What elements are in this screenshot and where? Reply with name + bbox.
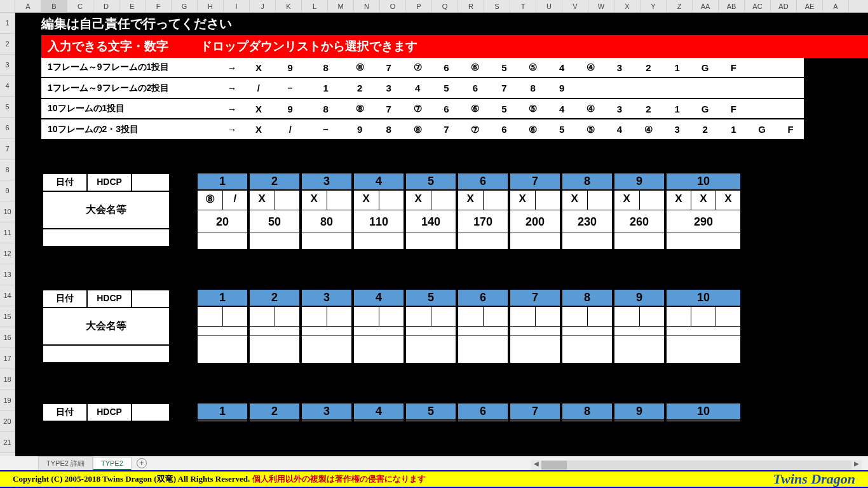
col-head-P[interactable]: P	[406, 0, 432, 12]
col-head-AD[interactable]: AD	[771, 0, 797, 12]
row-num-7[interactable]: 7	[0, 139, 15, 159]
throw-cell[interactable]	[327, 307, 352, 326]
throw-cell[interactable]	[406, 307, 431, 326]
col-head-AB[interactable]: AB	[719, 0, 745, 12]
throw-cell[interactable]: X	[691, 191, 716, 210]
col-head-AC[interactable]: AC	[745, 0, 771, 12]
col-head-C[interactable]: C	[67, 0, 93, 12]
throw-cell[interactable]: X	[562, 191, 588, 210]
throw-cell[interactable]: X	[716, 191, 740, 210]
throw-cell[interactable]	[716, 307, 740, 326]
col-head-Q[interactable]: Q	[432, 0, 458, 12]
throw-cell[interactable]	[379, 191, 404, 210]
throw-cell[interactable]	[327, 191, 352, 210]
horizontal-scrollbar[interactable]: ◀ ▶	[531, 460, 862, 470]
throw-cell[interactable]: X	[302, 191, 327, 210]
throw-cell[interactable]	[484, 307, 508, 326]
throw-cell[interactable]	[588, 191, 613, 210]
throw-cell[interactable]	[379, 307, 404, 326]
throw-cell[interactable]	[275, 191, 300, 210]
col-head-E[interactable]: E	[119, 0, 146, 12]
col-head-Z[interactable]: Z	[667, 0, 693, 12]
col-head-D[interactable]: D	[93, 0, 119, 12]
col-head-I[interactable]: I	[224, 0, 250, 12]
scroll-thumb[interactable]	[541, 461, 567, 470]
throw-cell[interactable]	[667, 307, 691, 326]
throw-cell[interactable]	[588, 307, 613, 326]
row-num-5[interactable]: 5	[0, 97, 15, 118]
throw-cell[interactable]	[536, 191, 560, 210]
throw-cell[interactable]: X	[406, 191, 431, 210]
throw-cell[interactable]	[562, 307, 588, 326]
row-num-18[interactable]: 18	[0, 369, 15, 390]
throw-cell[interactable]	[431, 307, 456, 326]
throw-cell[interactable]: X	[354, 191, 379, 210]
row-num-16[interactable]: 16	[0, 327, 15, 348]
row-num-12[interactable]: 12	[0, 243, 15, 264]
throw-cell[interactable]	[484, 191, 508, 210]
row-num-13[interactable]: 13	[0, 264, 15, 285]
throw-cell[interactable]	[614, 307, 640, 326]
col-head-H[interactable]: H	[198, 0, 224, 12]
row-num-15[interactable]: 15	[0, 306, 15, 327]
throw-cell[interactable]	[536, 307, 560, 326]
throw-cell[interactable]: X	[614, 191, 640, 210]
col-head-O[interactable]: O	[380, 0, 406, 12]
scroll-left-arrow[interactable]: ◀	[531, 460, 541, 470]
throw-cell[interactable]	[691, 307, 716, 326]
scroll-right-arrow[interactable]: ▶	[851, 460, 862, 470]
row-num-1[interactable]: 1	[0, 13, 15, 34]
throw-cell[interactable]: X	[667, 191, 691, 210]
col-head-S[interactable]: S	[484, 0, 510, 12]
col-head-G[interactable]: G	[172, 0, 198, 12]
throw-cell[interactable]	[302, 307, 327, 326]
throw-cell[interactable]	[354, 307, 379, 326]
row-num-10[interactable]: 10	[0, 201, 15, 222]
throw-cell[interactable]	[223, 307, 248, 326]
meta-blank[interactable]	[132, 290, 170, 308]
throw-cell[interactable]	[275, 307, 300, 326]
row-num-8[interactable]: 8	[0, 159, 15, 180]
corner-cell[interactable]	[0, 0, 15, 12]
meta-empty-row[interactable]	[43, 229, 170, 247]
row-num-19[interactable]: 19	[0, 390, 15, 411]
col-head-R[interactable]: R	[458, 0, 484, 12]
row-num-3[interactable]: 3	[0, 55, 15, 76]
throw-cell[interactable]	[640, 191, 665, 210]
meta-blank[interactable]	[132, 403, 170, 421]
col-head-W[interactable]: W	[588, 0, 614, 12]
row-num-4[interactable]: 4	[0, 76, 15, 97]
col-head-AA[interactable]: AA	[693, 0, 719, 12]
col-head-M[interactable]: M	[328, 0, 354, 12]
row-num-17[interactable]: 17	[0, 348, 15, 369]
throw-cell[interactable]	[431, 191, 456, 210]
col-head-A[interactable]: A	[823, 0, 849, 12]
throw-cell[interactable]: /	[223, 191, 248, 210]
col-head-A[interactable]: A	[15, 0, 41, 12]
throw-cell[interactable]	[250, 307, 275, 326]
row-num-20[interactable]: 20	[0, 411, 15, 432]
row-num-21[interactable]: 21	[0, 432, 15, 453]
row-num-2[interactable]: 2	[0, 34, 15, 55]
row-num-6[interactable]: 6	[0, 118, 15, 139]
col-head-AE[interactable]: AE	[797, 0, 823, 12]
throw-cell[interactable]: X	[458, 191, 484, 210]
col-head-B[interactable]: B	[41, 0, 67, 12]
col-head-T[interactable]: T	[510, 0, 536, 12]
col-head-F[interactable]: F	[146, 0, 172, 12]
col-head-Y[interactable]: Y	[641, 0, 667, 12]
row-num-11[interactable]: 11	[0, 222, 15, 243]
col-head-U[interactable]: U	[536, 0, 562, 12]
col-head-N[interactable]: N	[354, 0, 380, 12]
throw-cell[interactable]	[640, 307, 665, 326]
throw-cell[interactable]	[510, 307, 536, 326]
col-head-J[interactable]: J	[250, 0, 276, 12]
col-head-X[interactable]: X	[614, 0, 641, 12]
meta-empty-row[interactable]	[43, 345, 170, 363]
col-head-K[interactable]: K	[276, 0, 302, 12]
col-head-L[interactable]: L	[302, 0, 328, 12]
throw-cell[interactable]: X	[510, 191, 536, 210]
throw-cell[interactable]	[458, 307, 484, 326]
tab-type2[interactable]: TYPE2	[93, 457, 132, 470]
tab-type2-detail[interactable]: TYPE2 詳細	[38, 456, 93, 471]
